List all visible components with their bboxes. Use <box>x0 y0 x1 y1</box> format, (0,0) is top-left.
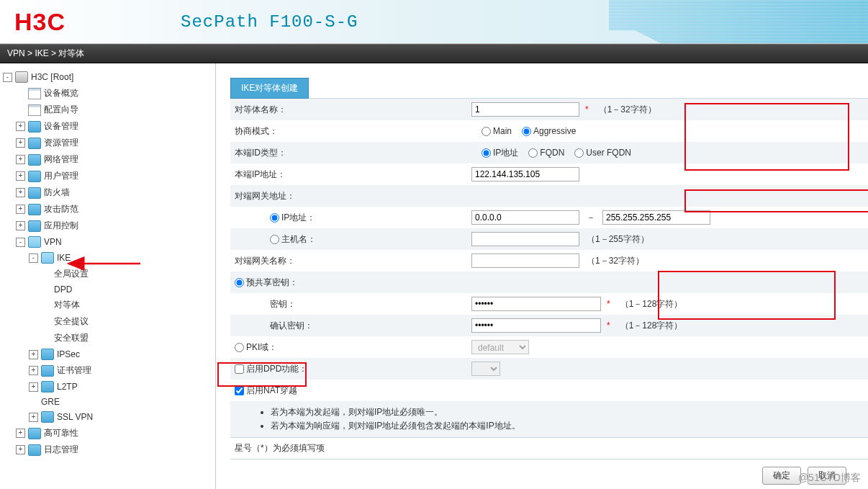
tree-item-label: L2TP <box>57 382 78 392</box>
tree-item[interactable]: +用户管理 <box>3 170 215 182</box>
radio-idtype-ufqdn[interactable]: User FQDN <box>574 148 631 158</box>
pki-select[interactable]: default <box>471 340 529 354</box>
expander-icon[interactable]: + <box>16 122 25 131</box>
expander-icon[interactable]: + <box>16 445 25 454</box>
label-key-confirm: 确认密钥： <box>230 316 471 336</box>
tree-item[interactable]: +设备管理 <box>3 120 215 133</box>
local-ip-input[interactable] <box>471 167 579 181</box>
checkbox-nat[interactable]: 启用NAT穿越 <box>235 385 297 395</box>
tree-item-label: 证书管理 <box>57 364 91 377</box>
panel-title: IKE对等体创建 <box>230 78 309 99</box>
label-remote-gw: 对端网关地址： <box>230 187 471 206</box>
radio-psk[interactable]: 预共享密钥： <box>235 277 298 287</box>
folder-icon <box>41 349 54 360</box>
tree-item[interactable]: +网络管理 <box>3 153 215 166</box>
tree-item-label: 全局设置 <box>54 268 89 280</box>
required-note: 星号（*）为必须填写项 <box>230 437 868 459</box>
breadcrumb-item[interactable]: IKE <box>35 48 48 58</box>
tree-item[interactable]: +L2TP <box>3 381 215 392</box>
tree-item[interactable]: +资源管理 <box>3 137 215 149</box>
expander-icon[interactable]: + <box>29 350 38 359</box>
tree-item[interactable]: +IPSec <box>3 349 215 360</box>
key-confirm-input[interactable] <box>471 318 601 333</box>
notes: 若为本端为发起端，则对端IP地址必须唯一。 若为本端为响应端，则对端IP地址必须… <box>230 401 868 437</box>
peer-name-input[interactable] <box>471 102 579 117</box>
radio-aggressive[interactable]: Aggressive <box>522 126 576 136</box>
tree-item-label: IPSec <box>57 349 80 359</box>
tree-item[interactable]: +应用控制 <box>3 220 215 232</box>
folder-icon <box>28 444 41 456</box>
tree-item[interactable]: GRE <box>3 397 215 407</box>
main-panel: IKE对等体创建 对等体名称： *（1－32字符） 协商模式： Main Agg… <box>216 63 868 489</box>
folder-icon <box>28 428 41 439</box>
expander-icon[interactable]: - <box>29 254 38 263</box>
tree-item-label: 设备管理 <box>44 120 78 133</box>
radio-main[interactable]: Main <box>482 126 512 136</box>
expander-icon[interactable]: + <box>29 413 38 422</box>
key-input[interactable] <box>471 297 601 311</box>
tree-item[interactable]: -IKE <box>3 252 215 264</box>
radio-pki[interactable]: PKI域： <box>235 342 277 352</box>
label-local-ip: 本端IP地址： <box>230 165 471 184</box>
expander-icon[interactable]: + <box>16 221 25 230</box>
tree-item[interactable]: +SSL VPN <box>3 411 215 423</box>
gw-ip-end-input[interactable] <box>602 210 710 225</box>
tree-item-label: 配置向导 <box>44 104 78 116</box>
tree-item-label: 网络管理 <box>44 153 78 166</box>
tree-item-label: 对等体 <box>54 299 80 311</box>
tree-item-label: 应用控制 <box>44 220 78 232</box>
expander-icon[interactable]: + <box>16 138 25 148</box>
checkbox-dpd[interactable]: 启用DPD功能： <box>235 364 307 374</box>
tree-item[interactable]: +日志管理 <box>3 444 215 456</box>
expander-icon[interactable]: + <box>29 366 38 375</box>
tree-item[interactable]: +防火墙 <box>3 187 215 199</box>
tree-item-label: 高可靠性 <box>44 427 78 439</box>
tree-item[interactable]: 配置向导 <box>3 104 215 116</box>
expander-icon[interactable]: - <box>16 238 25 247</box>
radio-idtype-ip[interactable]: IP地址 <box>482 147 518 159</box>
server-icon <box>15 71 28 83</box>
expander-icon[interactable]: + <box>16 155 25 164</box>
tree-item-label: GRE <box>41 397 60 407</box>
nav-tree: -H3C [Root] 设备概览配置向导+设备管理+资源管理+网络管理+用户管理… <box>0 63 216 489</box>
tree-item[interactable]: -VPN <box>3 236 215 248</box>
expander-icon[interactable]: + <box>16 205 25 214</box>
label-remote-gw-name: 对端网关名称： <box>230 251 471 271</box>
tree-item-label: 资源管理 <box>44 137 78 149</box>
tree-item-label: 设备概览 <box>44 87 78 99</box>
radio-idtype-fqdn[interactable]: FQDN <box>528 148 564 158</box>
ok-button[interactable]: 确定 <box>762 467 801 485</box>
tree-item[interactable]: 安全联盟 <box>3 332 215 344</box>
expander-icon[interactable]: + <box>29 382 38 392</box>
tree-item[interactable]: +证书管理 <box>3 364 215 377</box>
watermark: @51CTO博客 <box>798 472 861 485</box>
expander-icon[interactable]: + <box>16 188 25 197</box>
radio-gw-host[interactable]: 主机名： <box>270 234 316 244</box>
label-peer-name: 对等体名称： <box>230 100 471 120</box>
tree-item[interactable]: 安全提议 <box>3 315 215 328</box>
gw-ip-start-input[interactable] <box>471 210 579 225</box>
tree-item[interactable]: DPD <box>3 284 215 295</box>
breadcrumb-item[interactable]: VPN <box>7 48 25 58</box>
dpd-select[interactable] <box>471 362 500 376</box>
tree-item[interactable]: 设备概览 <box>3 87 215 99</box>
folder-icon <box>28 138 41 149</box>
tree-item[interactable]: +高可靠性 <box>3 427 215 439</box>
expander-icon[interactable]: + <box>16 429 25 438</box>
remote-gw-name-input[interactable] <box>471 254 579 268</box>
breadcrumb-item[interactable]: 对等体 <box>58 48 84 58</box>
tree-item-label: DPD <box>54 284 72 295</box>
folder-icon <box>41 411 54 423</box>
tree-item[interactable]: 全局设置 <box>3 268 215 280</box>
folder-icon <box>28 171 41 182</box>
folder-icon <box>28 187 41 199</box>
gw-host-input[interactable] <box>471 232 579 246</box>
tree-item[interactable]: 对等体 <box>3 299 215 311</box>
expander-icon[interactable]: + <box>16 171 25 181</box>
page-icon <box>28 104 41 116</box>
tree-item[interactable]: +攻击防范 <box>3 203 215 215</box>
radio-gw-ip[interactable]: IP地址： <box>270 212 315 223</box>
tree-item-label: SSL VPN <box>57 412 93 422</box>
tree-root[interactable]: -H3C [Root] <box>3 71 215 83</box>
label-local-idtype: 本端ID类型： <box>230 143 471 163</box>
